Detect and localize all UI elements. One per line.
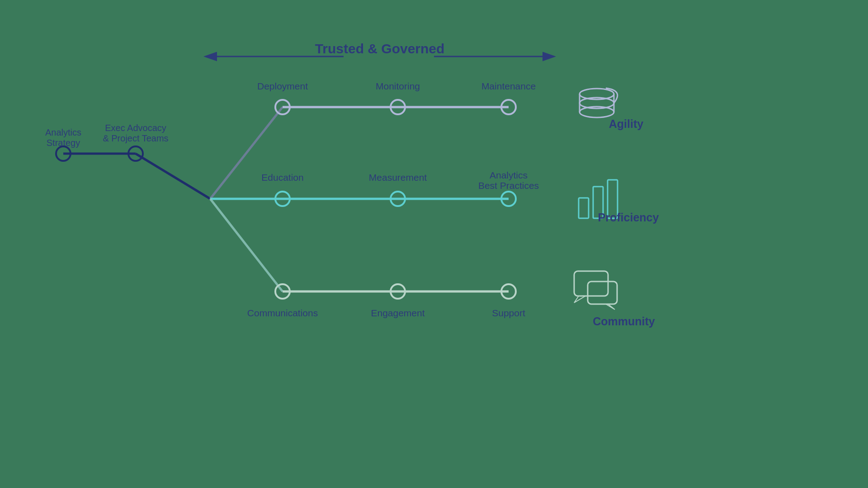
label-analytics-strategy: Analytics — [45, 127, 81, 137]
label-community: Community — [593, 315, 655, 328]
stem-line-2 — [136, 154, 210, 199]
branch-agility — [210, 107, 283, 199]
label-analytics-bp-1: Analytics — [490, 170, 528, 180]
label-communications: Communications — [247, 308, 318, 318]
label-proficiency: Proficiency — [598, 211, 659, 224]
trusted-governed-label: Trusted & Governed — [315, 41, 445, 56]
svg-marker-13 — [606, 304, 615, 310]
label-analytics-bp-2: Best Practices — [478, 180, 539, 191]
svg-text:Strategy: Strategy — [47, 138, 80, 148]
svg-marker-11 — [574, 296, 585, 303]
label-measurement: Measurement — [369, 172, 427, 183]
community-icon — [574, 271, 617, 310]
label-maintenance: Maintenance — [481, 81, 536, 91]
label-deployment: Deployment — [257, 81, 308, 91]
label-support: Support — [492, 308, 525, 318]
svg-rect-10 — [574, 271, 608, 296]
label-agility: Agility — [609, 117, 643, 130]
svg-rect-7 — [579, 198, 589, 218]
label-engagement: Engagement — [371, 308, 425, 318]
branch-community — [210, 199, 283, 291]
label-monitoring: Monitoring — [376, 81, 420, 91]
main-canvas: Analytics Strategy Exec Advocacy & Proje… — [0, 0, 868, 488]
svg-text:& Project Teams: & Project Teams — [103, 133, 168, 143]
diagram-svg: Analytics Strategy Exec Advocacy & Proje… — [0, 0, 868, 488]
svg-rect-12 — [588, 282, 617, 304]
agility-icon — [580, 88, 618, 117]
label-education: Education — [261, 172, 303, 183]
label-exec-advocacy: Exec Advocacy — [105, 123, 166, 133]
